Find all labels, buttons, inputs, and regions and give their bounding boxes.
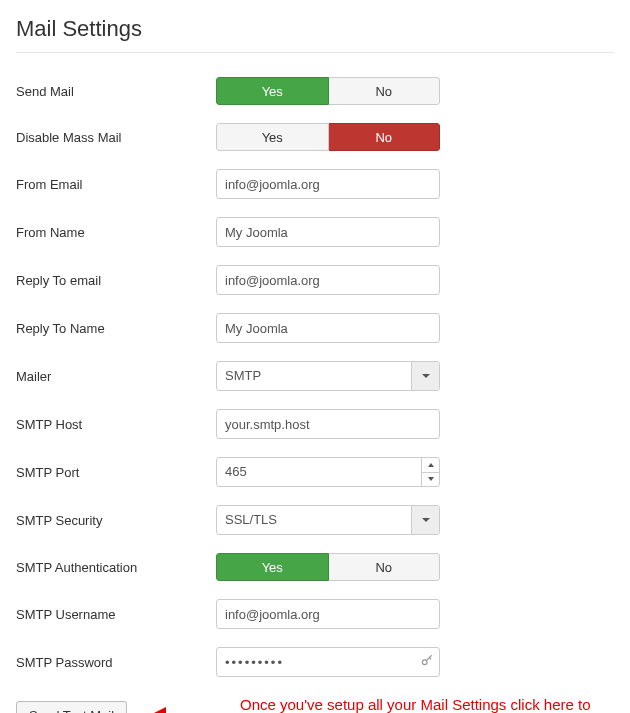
smtp-auth-yes[interactable]: Yes — [216, 553, 329, 581]
smtp-port-input[interactable]: 465 — [216, 457, 440, 487]
chevron-down-icon[interactable] — [411, 506, 439, 534]
reply-email-input[interactable] — [216, 265, 440, 295]
from-email-label: From Email — [16, 177, 216, 192]
smtp-auth-label: SMTP Authentication — [16, 560, 216, 575]
mailer-label: Mailer — [16, 369, 216, 384]
smtp-port-value: 465 — [217, 458, 421, 486]
page-title: Mail Settings — [16, 16, 614, 53]
disable-mass-no[interactable]: No — [329, 123, 441, 151]
smtp-user-label: SMTP Username — [16, 607, 216, 622]
send-mail-yes[interactable]: Yes — [216, 77, 329, 105]
chevron-down-icon[interactable] — [411, 362, 439, 390]
smtp-auth-no[interactable]: No — [329, 553, 441, 581]
smtp-host-label: SMTP Host — [16, 417, 216, 432]
key-icon — [420, 654, 434, 671]
svg-point-0 — [422, 660, 427, 665]
mailer-select[interactable]: SMTP — [216, 361, 440, 391]
smtp-host-input[interactable] — [216, 409, 440, 439]
smtp-security-select[interactable]: SSL/TLS — [216, 505, 440, 535]
smtp-security-value: SSL/TLS — [217, 506, 411, 534]
send-mail-no[interactable]: No — [329, 77, 441, 105]
from-email-input[interactable] — [216, 169, 440, 199]
from-name-label: From Name — [16, 225, 216, 240]
reply-name-label: Reply To Name — [16, 321, 216, 336]
from-name-input[interactable] — [216, 217, 440, 247]
smtp-user-input[interactable] — [216, 599, 440, 629]
smtp-pass-input[interactable] — [216, 647, 440, 677]
smtp-port-label: SMTP Port — [16, 465, 216, 480]
disable-mass-yes[interactable]: Yes — [216, 123, 329, 151]
annotation-note: Once you've setup all your Mail Settings… — [240, 695, 614, 713]
send-mail-toggle[interactable]: Yes No — [216, 77, 440, 105]
stepper-down-icon[interactable] — [422, 473, 439, 487]
arrow-icon — [146, 705, 236, 713]
send-mail-label: Send Mail — [16, 84, 216, 99]
stepper-up-icon[interactable] — [422, 458, 439, 473]
smtp-auth-toggle[interactable]: Yes No — [216, 553, 440, 581]
smtp-pass-label: SMTP Password — [16, 655, 216, 670]
smtp-security-label: SMTP Security — [16, 513, 216, 528]
disable-mass-toggle[interactable]: Yes No — [216, 123, 440, 151]
reply-name-input[interactable] — [216, 313, 440, 343]
mailer-value: SMTP — [217, 362, 411, 390]
mail-settings-form: Send Mail Yes No Disable Mass Mail Yes N… — [16, 77, 614, 713]
disable-mass-label: Disable Mass Mail — [16, 130, 216, 145]
send-test-mail-button[interactable]: Send Test Mail — [16, 701, 127, 713]
reply-email-label: Reply To email — [16, 273, 216, 288]
